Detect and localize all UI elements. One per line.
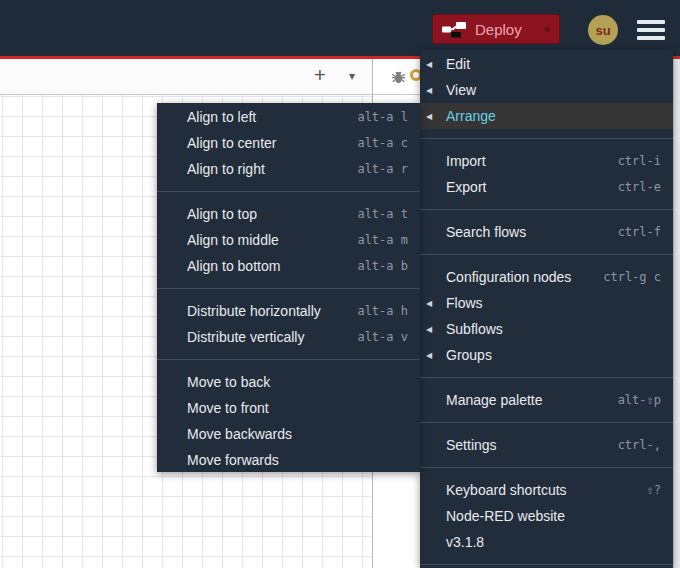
menu-item-shortcut: ctrl-i xyxy=(618,154,661,168)
menu-item-edit[interactable]: ◀Edit xyxy=(420,51,673,77)
menu-item-view[interactable]: ◀View xyxy=(420,77,673,103)
menu-item-flows[interactable]: ◀Flows xyxy=(420,290,673,316)
submenu-arrow-icon: ◀ xyxy=(426,86,432,95)
menu-item-label: Move backwards xyxy=(187,426,408,442)
menu-item-label: Groups xyxy=(446,347,661,363)
menu-item-shortcut: alt-a m xyxy=(357,233,408,247)
main-menu-button[interactable] xyxy=(637,20,665,40)
menu-item-label: Arrange xyxy=(446,108,661,124)
menu-divider xyxy=(420,254,673,255)
menu-divider xyxy=(420,467,673,468)
menu-item-shortcut: alt-a l xyxy=(357,110,408,124)
menu-divider xyxy=(420,377,673,378)
menu-item-align-to-center[interactable]: Align to centeralt-a c xyxy=(157,130,420,156)
menu-item-import[interactable]: Importctrl-i xyxy=(420,148,673,174)
menu-item-label: Import xyxy=(446,153,618,169)
menu-item-settings[interactable]: Settingsctrl-, xyxy=(420,432,673,458)
menu-item-shortcut: ctrl-f xyxy=(618,225,661,239)
menu-item-distribute-vertically[interactable]: Distribute verticallyalt-a v xyxy=(157,324,420,350)
node-red-editor: + ▾ xyxy=(0,0,680,568)
arrange-submenu: Align to leftalt-a lAlign to centeralt-a… xyxy=(157,103,420,472)
menu-item-shortcut: alt-a b xyxy=(357,259,408,273)
menu-item-v3-1-8[interactable]: v3.1.8 xyxy=(420,529,673,555)
menu-item-align-to-bottom[interactable]: Align to bottomalt-a b xyxy=(157,253,420,279)
menu-item-label: Align to right xyxy=(187,161,357,177)
menu-item-label: Flows xyxy=(446,295,661,311)
menu-item-subflows[interactable]: ◀Subflows xyxy=(420,316,673,342)
menu-item-align-to-left[interactable]: Align to leftalt-a l xyxy=(157,104,420,130)
flow-tab-bar: + ▾ xyxy=(0,59,372,95)
menu-item-shortcut: alt-a t xyxy=(357,207,408,221)
menu-item-arrange[interactable]: ◀Arrange xyxy=(420,103,673,129)
deploy-button[interactable]: Deploy ▾ xyxy=(432,14,560,44)
menu-item-label: Move forwards xyxy=(187,452,408,468)
menu-divider xyxy=(420,422,673,423)
menu-item-shortcut: alt-a v xyxy=(357,330,408,344)
menu-item-move-forwards[interactable]: Move forwards xyxy=(157,447,420,473)
menu-item-move-to-front[interactable]: Move to front xyxy=(157,395,420,421)
menu-item-label: Move to back xyxy=(187,374,408,390)
menu-item-label: v3.1.8 xyxy=(446,534,661,550)
sidebar-scrollbar[interactable] xyxy=(673,59,680,568)
menu-item-manage-palette[interactable]: Manage palettealt-⇧p xyxy=(420,387,673,413)
deploy-label: Deploy xyxy=(475,21,522,38)
menu-item-label: Export xyxy=(446,179,618,195)
menu-divider xyxy=(157,191,420,192)
menu-item-shortcut: ⇧? xyxy=(647,483,661,497)
submenu-arrow-icon: ◀ xyxy=(426,60,432,69)
debug-tab-icon[interactable] xyxy=(386,66,410,88)
hamburger-icon xyxy=(637,20,665,24)
header-bar: Deploy ▾ su xyxy=(0,0,680,56)
menu-item-label: Align to left xyxy=(187,109,357,125)
menu-item-label: Manage palette xyxy=(446,392,618,408)
menu-divider xyxy=(157,288,420,289)
add-flow-button[interactable]: + xyxy=(303,61,337,91)
menu-item-shortcut: alt-a r xyxy=(357,162,408,176)
menu-item-distribute-horizontally[interactable]: Distribute horizontallyalt-a h xyxy=(157,298,420,324)
menu-divider xyxy=(157,359,420,360)
menu-item-align-to-middle[interactable]: Align to middlealt-a m xyxy=(157,227,420,253)
menu-item-node-red-website[interactable]: Node-RED website xyxy=(420,503,673,529)
menu-item-label: Settings xyxy=(446,437,618,453)
menu-item-export[interactable]: Exportctrl-e xyxy=(420,174,673,200)
deploy-options-caret-icon[interactable]: ▾ xyxy=(536,23,550,36)
menu-item-shortcut: alt-a c xyxy=(357,136,408,150)
submenu-arrow-icon: ◀ xyxy=(426,351,432,360)
menu-item-label: Keyboard shortcuts xyxy=(446,482,647,498)
menu-item-label: Align to center xyxy=(187,135,357,151)
menu-item-label: Subflows xyxy=(446,321,661,337)
menu-item-shortcut: alt-⇧p xyxy=(618,393,661,407)
flow-list-button[interactable]: ▾ xyxy=(339,61,365,91)
menu-item-search-flows[interactable]: Search flowsctrl-f xyxy=(420,219,673,245)
menu-item-label: Align to bottom xyxy=(187,258,357,274)
menu-item-keyboard-shortcuts[interactable]: Keyboard shortcuts⇧? xyxy=(420,477,673,503)
main-menu: ◀Edit◀View◀ArrangeImportctrl-iExportctrl… xyxy=(420,50,673,568)
menu-item-label: Align to top xyxy=(187,206,357,222)
menu-item-align-to-right[interactable]: Align to rightalt-a r xyxy=(157,156,420,182)
menu-item-label: Search flows xyxy=(446,224,618,240)
deploy-icon xyxy=(442,20,466,39)
menu-divider xyxy=(420,564,673,565)
menu-item-label: Configuration nodes xyxy=(446,269,603,285)
menu-item-label: View xyxy=(446,82,661,98)
menu-item-label: Move to front xyxy=(187,400,408,416)
menu-item-shortcut: ctrl-g c xyxy=(603,270,661,284)
bug-icon xyxy=(390,69,407,86)
submenu-arrow-icon: ◀ xyxy=(426,112,432,121)
menu-item-label: Distribute vertically xyxy=(187,329,357,345)
menu-item-shortcut: alt-a h xyxy=(357,304,408,318)
menu-item-label: Distribute horizontally xyxy=(187,303,357,319)
menu-divider xyxy=(420,138,673,139)
menu-item-align-to-top[interactable]: Align to topalt-a t xyxy=(157,201,420,227)
menu-item-label: Align to middle xyxy=(187,232,357,248)
submenu-arrow-icon: ◀ xyxy=(426,325,432,334)
user-avatar[interactable]: su xyxy=(588,15,618,45)
menu-item-move-to-back[interactable]: Move to back xyxy=(157,369,420,395)
menu-item-move-backwards[interactable]: Move backwards xyxy=(157,421,420,447)
submenu-arrow-icon: ◀ xyxy=(426,299,432,308)
menu-item-shortcut: ctrl-, xyxy=(618,438,661,452)
menu-item-configuration-nodes[interactable]: Configuration nodesctrl-g c xyxy=(420,264,673,290)
menu-item-label: Edit xyxy=(446,56,661,72)
menu-item-label: Node-RED website xyxy=(446,508,661,524)
menu-item-groups[interactable]: ◀Groups xyxy=(420,342,673,368)
